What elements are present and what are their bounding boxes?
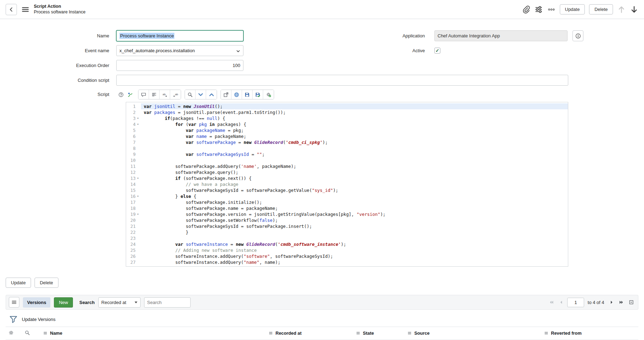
column-header-name[interactable]: Name xyxy=(40,327,266,340)
delete-button-bottom[interactable]: Delete xyxy=(35,278,58,288)
first-page-button[interactable] xyxy=(547,298,555,306)
delete-button[interactable]: Delete xyxy=(589,4,613,14)
search-column-select[interactable]: Recorded at xyxy=(98,297,141,308)
fold-arrow-icon[interactable]: ▾ xyxy=(136,211,140,217)
personalize-form-icon[interactable] xyxy=(534,5,543,14)
new-button[interactable]: New xyxy=(54,297,73,308)
script-debugger-icon[interactable] xyxy=(263,90,274,99)
next-page-button[interactable] xyxy=(608,298,615,306)
line-gutter: 17 xyxy=(126,199,141,205)
script-editor[interactable]: 1var jsonUtil = new JsonUtil();2var pack… xyxy=(126,102,568,267)
update-button[interactable]: Update xyxy=(560,4,585,14)
fold-arrow-icon[interactable]: ▾ xyxy=(136,193,140,199)
previous-page-button[interactable] xyxy=(557,298,565,306)
column-menu-icon[interactable] xyxy=(268,331,273,335)
column-header-recorded-at[interactable]: Recorded at xyxy=(266,327,353,340)
event-name-label: Event name xyxy=(11,48,116,53)
filter-funnel-icon[interactable] xyxy=(9,315,18,323)
collapse-list-button[interactable] xyxy=(627,298,635,306)
code-text: var packages = jsonUtil.parse(event.parm… xyxy=(141,109,568,115)
list-search-input[interactable] xyxy=(144,297,191,308)
code-line: 12 softwarePackage.query(); xyxy=(126,169,568,175)
replace-all-icon[interactable]: ab xyxy=(170,90,181,99)
previous-record-icon[interactable] xyxy=(617,5,626,14)
next-record-icon[interactable] xyxy=(630,5,638,14)
form-header: Script Action Process software Instance … xyxy=(0,0,644,19)
code-line: 17 softwarePackage.initialize(); xyxy=(126,199,568,205)
column-header-source[interactable]: Source xyxy=(404,327,541,340)
execution-order-input[interactable] xyxy=(116,60,243,71)
more-options-icon[interactable] xyxy=(547,5,556,14)
list-search-icon[interactable] xyxy=(25,330,30,335)
format-code-icon[interactable] xyxy=(149,90,160,99)
execution-order-label: Execution Order xyxy=(11,63,116,68)
page-number-input[interactable] xyxy=(567,298,584,307)
event-name-select[interactable]: x_chef_automate.process.installation xyxy=(116,45,243,56)
code-line: 27 softwareInstance.addQuery("name", nam… xyxy=(126,259,568,265)
line-gutter: 15 xyxy=(126,187,141,193)
script-field-area: abab 1var jsonUtil = new JsonUtil();2var… xyxy=(116,90,568,267)
name-input[interactable]: Process software Instance xyxy=(116,30,243,41)
last-page-button[interactable] xyxy=(618,298,625,306)
fullscreen-icon[interactable] xyxy=(221,90,231,99)
es-version-icon[interactable] xyxy=(231,90,242,99)
code-text: softwareInstance.addQuery("software", so… xyxy=(141,253,568,259)
line-gutter: 25 xyxy=(126,247,141,253)
title-block: Script Action Process software Instance xyxy=(34,4,86,15)
list-context-menu-button[interactable] xyxy=(9,297,19,308)
fold-arrow-icon[interactable]: ▾ xyxy=(136,115,140,121)
form-context-menu-icon[interactable] xyxy=(21,5,30,14)
column-menu-icon[interactable] xyxy=(43,331,48,335)
column-header-state[interactable]: State xyxy=(353,327,404,340)
code-text: softwarePackage.addQuery('name', package… xyxy=(141,163,568,169)
line-number: 8 xyxy=(126,145,136,151)
condition-script-input[interactable] xyxy=(116,75,568,86)
code-line: 23 xyxy=(126,235,568,241)
code-line: 21 softwarePackageSysId = softwarePackag… xyxy=(126,223,568,229)
code-text: softwarePackageSysId = softwarePackage.g… xyxy=(141,187,568,193)
code-text xyxy=(141,235,568,241)
help-icon[interactable] xyxy=(116,90,125,99)
save-icon[interactable] xyxy=(242,90,253,99)
line-gutter: 26 xyxy=(126,253,141,259)
fold-arrow-icon[interactable]: ▾ xyxy=(136,121,140,127)
fold-arrow-icon[interactable]: ▾ xyxy=(136,175,140,181)
column-menu-icon[interactable] xyxy=(407,331,412,335)
attachment-icon[interactable] xyxy=(522,5,530,14)
line-number: 13 xyxy=(126,175,136,181)
column-label: Name xyxy=(50,330,62,336)
code-text: var softwarePackageSysId = ""; xyxy=(141,151,568,157)
syntax-toggle-icon[interactable] xyxy=(125,90,135,99)
column-menu-icon[interactable] xyxy=(544,331,549,335)
code-line: 5 var packageName = pkg; xyxy=(126,127,568,133)
code-line: 9 var softwarePackageSysId = ""; xyxy=(126,151,568,157)
list-action-link[interactable]: Update Versions xyxy=(22,317,55,322)
toggle-comment-icon[interactable] xyxy=(138,90,149,99)
find-next-icon[interactable] xyxy=(196,90,206,99)
code-line: 15 softwarePackageSysId = softwarePackag… xyxy=(126,187,568,193)
active-label: Active xyxy=(363,48,434,53)
code-text: softwarePackage.initialize(); xyxy=(141,199,568,205)
line-gutter: 21 xyxy=(126,223,141,229)
active-checkbox[interactable] xyxy=(434,48,440,54)
update-button-bottom[interactable]: Update xyxy=(6,278,31,288)
line-number: 9 xyxy=(126,151,136,157)
replace-icon[interactable]: ab xyxy=(160,90,170,99)
column-menu-icon[interactable] xyxy=(356,331,360,335)
tab-versions[interactable]: Versions xyxy=(23,297,50,308)
code-line: 1var jsonUtil = new JsonUtil(); xyxy=(126,103,568,109)
application-info-button[interactable] xyxy=(572,30,583,41)
fold-arrow-icon xyxy=(136,157,140,163)
line-number: 23 xyxy=(126,235,136,241)
search-icon[interactable] xyxy=(185,90,196,99)
code-text: var softwarePackage = new GlideRecord('c… xyxy=(141,139,568,145)
find-previous-icon[interactable] xyxy=(206,90,217,99)
validate-icon[interactable] xyxy=(253,90,263,99)
list-personalize-gear-icon[interactable] xyxy=(8,330,14,335)
column-header-reverted-from[interactable]: Reverted from xyxy=(541,327,638,340)
code-line: 7 var softwarePackage = new GlideRecord(… xyxy=(126,139,568,145)
code-line: 14 // we have a package xyxy=(126,181,568,187)
code-text: softwarePackageSysId = softwarePackage.i… xyxy=(141,223,568,229)
application-value: Chef Automate Integration App xyxy=(438,33,500,38)
back-button[interactable] xyxy=(6,4,17,15)
